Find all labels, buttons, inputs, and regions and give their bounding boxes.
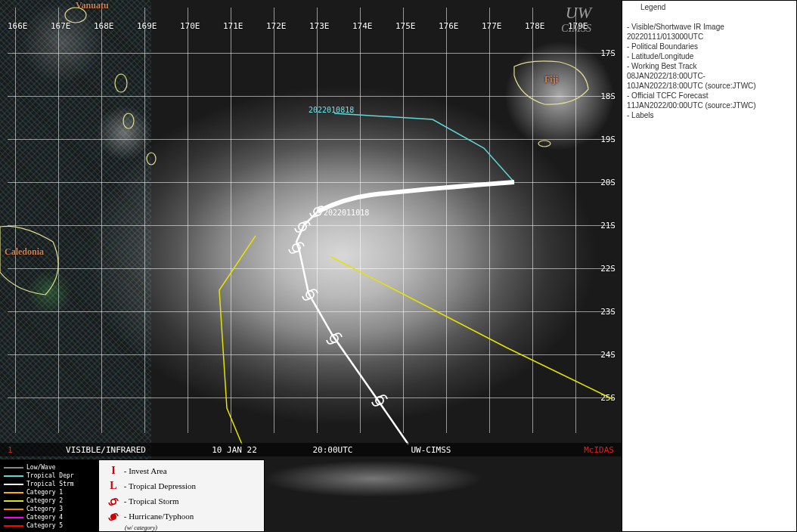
status-software: McIDAS [484,445,614,455]
legend-item: - Visible/Shortwave IR Image [627,22,792,32]
svg-point-11 [111,500,116,504]
lat-label: 18S [600,91,616,101]
lon-label: 172E [266,21,287,31]
lon-label: 174E [352,21,373,31]
satellite-map: UW CIMSS [0,0,622,532]
lat-label: 21S [600,221,616,230]
legend-item: 20220111/013000UTC [627,32,792,42]
legend-item: - Labels [627,110,792,120]
lon-label: 170E [180,21,200,31]
tropical-storm-icon [105,493,122,509]
legend-item: 11JAN2022/00:00UTC (source:JTWC) [627,101,792,110]
lat-label: 23S [600,307,616,317]
status-date: 10 JAN 22 [181,445,287,455]
legend-item: - Working Best Track [627,61,792,71]
legend-item: - Official TCFC Forecast [627,91,792,101]
country-caledonia: Caledonia [5,246,44,258]
lat-label: 22S [600,264,616,274]
lat-label: 25S [600,393,616,403]
legend-item: - Latitude/Longitude [627,51,792,61]
status-time: 20:00UTC [287,445,378,455]
lon-label: 173E [309,21,330,31]
status-product: VISIBLE/INFRARED [30,445,181,455]
lon-label: 178E [525,21,545,31]
legend-symbols: I - Invest Area L - Tropical Depression … [99,460,264,531]
lon-label: 179E [568,21,588,31]
track-current-label: 2022011018 [324,209,369,217]
lon-label: 169E [137,21,157,31]
legend-item: 10JAN2022/18:00UTC (source:JTWC) [627,81,792,91]
country-vanuatu: Vanuatu [76,0,109,11]
lon-label: 166E [8,21,28,31]
lon-label: 177E [482,21,502,31]
status-source: UW-CIMSS [378,445,484,455]
lon-label: 176E [439,21,459,31]
lat-label: 24S [600,350,616,360]
legend-item: - Political Boundaries [627,42,792,51]
lon-label: 171E [223,21,243,31]
lon-label: 175E [395,21,416,31]
svg-point-12 [111,515,116,519]
lat-label: 20S [600,178,616,187]
country-fiji: Fiji [544,74,558,85]
lat-label: 17S [600,48,616,58]
lon-label: 167E [51,21,71,31]
layer-legend: Legend - Visible/Shortwave IR Image 2022… [622,0,797,532]
status-number: 1 [8,445,30,455]
legend-title: Legend [627,2,792,12]
lat-label: 19S [600,135,616,144]
intensity-legend: Low/Wave Tropical Depr Tropical Strm Cat… [0,459,265,532]
status-bar: 1 VISIBLE/INFRARED 10 JAN 22 20:00UTC UW… [0,443,622,456]
legend-item: 08JAN2022/18:00UTC- [627,71,792,81]
track-start-label: 2022010818 [309,106,354,114]
lon-label: 168E [94,21,114,31]
hurricane-icon [105,509,122,524]
legend-lines: Low/Wave Tropical Depr Tropical Strm Cat… [1,460,99,531]
